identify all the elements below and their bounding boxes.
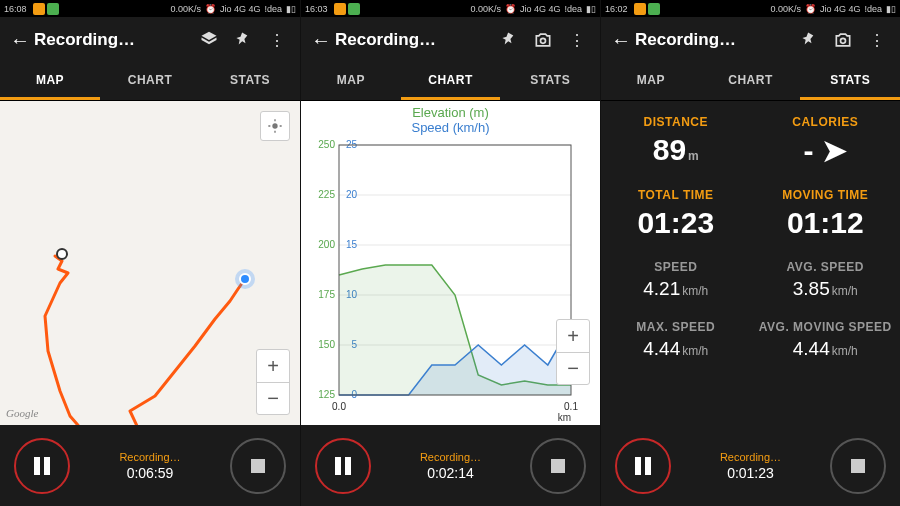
legend-elevation: Elevation (m) — [301, 105, 600, 120]
map-content[interactable]: + − Google — [0, 101, 300, 425]
legend-speed: Speed (km/h) — [301, 120, 600, 135]
back-button[interactable]: ← — [607, 29, 635, 52]
svg-text:175: 175 — [318, 289, 335, 300]
app-bar: ← Recording… ⋮ — [301, 17, 600, 63]
stat-moving-time: MOVING TIME 01:12 — [751, 180, 901, 252]
zoom-control: + − — [556, 319, 590, 385]
svg-point-0 — [240, 274, 250, 284]
map-canvas[interactable] — [0, 101, 300, 425]
stop-button[interactable] — [530, 438, 586, 494]
overflow-menu-button[interactable]: ⋮ — [560, 23, 594, 57]
record-label: Recording… — [420, 451, 481, 463]
status-carrier: Jio 4G 4G — [220, 4, 261, 14]
svg-text:0.1: 0.1 — [564, 401, 578, 412]
tab-map[interactable]: MAP — [601, 63, 701, 100]
app-bar: ← Recording… ⋮ — [601, 17, 900, 63]
svg-point-25 — [841, 38, 846, 43]
chart-content: Elevation (m) Speed (km/h) 1251501752002… — [301, 101, 600, 425]
svg-text:20: 20 — [346, 189, 358, 200]
pause-button[interactable] — [14, 438, 70, 494]
record-elapsed: 0:06:59 — [119, 465, 180, 481]
pin-button[interactable] — [226, 23, 260, 57]
record-label: Recording… — [720, 451, 781, 463]
app-title: Recording… — [34, 30, 192, 50]
status-badge-icon — [334, 3, 346, 15]
record-status: Recording… 0:02:14 — [420, 451, 481, 481]
overflow-menu-button[interactable]: ⋮ — [260, 23, 294, 57]
status-badge-icon — [348, 3, 360, 15]
svg-text:km: km — [558, 412, 571, 423]
location-arrow-icon: ➤ — [822, 134, 847, 167]
stat-calories: CALORIES - ➤ — [751, 107, 901, 180]
tab-chart[interactable]: CHART — [701, 63, 801, 100]
record-status: Recording… 0:06:59 — [119, 451, 180, 481]
stat-avg-moving-speed: AVG. MOVING SPEED 4.44km/h — [751, 312, 901, 372]
status-badge-icon — [47, 3, 59, 15]
zoom-in-button[interactable]: + — [557, 320, 589, 352]
status-net: 0.00K/s — [770, 4, 801, 14]
camera-button[interactable] — [526, 23, 560, 57]
stat-total-time: TOTAL TIME 01:23 — [601, 180, 751, 252]
svg-text:225: 225 — [318, 189, 335, 200]
status-bar: 16:02 0.00K/s⏰Jio 4G 4G!dea▮▯ — [601, 0, 900, 17]
svg-point-1 — [272, 123, 277, 128]
stop-button[interactable] — [230, 438, 286, 494]
tab-stats[interactable]: STATS — [200, 63, 300, 100]
tab-stats[interactable]: STATS — [500, 63, 600, 100]
zoom-out-button[interactable]: − — [257, 382, 289, 414]
svg-point-2 — [541, 38, 546, 43]
stat-speed: SPEED 4.21km/h — [601, 252, 751, 312]
zoom-out-button[interactable]: − — [557, 352, 589, 384]
map-layers-button[interactable] — [192, 23, 226, 57]
pause-button[interactable] — [615, 438, 671, 494]
stat-avg-speed: AVG. SPEED 3.85km/h — [751, 252, 901, 312]
zoom-in-button[interactable]: + — [257, 350, 289, 382]
svg-text:200: 200 — [318, 239, 335, 250]
stat-max-speed: MAX. SPEED 4.44km/h — [601, 312, 751, 372]
stop-button[interactable] — [830, 438, 886, 494]
status-net: 0.00K/s — [170, 4, 201, 14]
back-button[interactable]: ← — [307, 29, 335, 52]
tab-bar: MAP CHART STATS — [601, 63, 900, 101]
stats-content: DISTANCE 89m CALORIES - ➤ TOTAL TIME 01:… — [601, 101, 900, 425]
status-carrier: !dea — [264, 4, 282, 14]
pause-button[interactable] — [315, 438, 371, 494]
map-attribution: Google — [6, 407, 38, 419]
svg-text:125: 125 — [318, 389, 335, 400]
record-elapsed: 0:01:23 — [720, 465, 781, 481]
pane-stats: 16:02 0.00K/s⏰Jio 4G 4G!dea▮▯ ← Recordin… — [600, 0, 900, 506]
tab-chart[interactable]: CHART — [401, 63, 501, 100]
record-status: Recording… 0:01:23 — [720, 451, 781, 481]
record-elapsed: 0:02:14 — [420, 465, 481, 481]
svg-text:150: 150 — [318, 339, 335, 350]
svg-text:15: 15 — [346, 239, 358, 250]
tab-map[interactable]: MAP — [0, 63, 100, 100]
zoom-control: + − — [256, 349, 290, 415]
tab-map[interactable]: MAP — [301, 63, 401, 100]
status-time: 16:02 — [605, 4, 628, 14]
app-bar: ← Recording… ⋮ — [0, 17, 300, 63]
pane-map: 16:08 0.00K/s⏰Jio 4G 4G!dea▮▯ ← Recordin… — [0, 0, 300, 506]
tab-bar: MAP CHART STATS — [301, 63, 600, 101]
app-title: Recording… — [635, 30, 792, 50]
tab-stats[interactable]: STATS — [800, 63, 900, 100]
track-start-marker — [57, 249, 67, 259]
record-bar: Recording… 0:02:14 — [301, 425, 600, 506]
status-net: 0.00K/s — [470, 4, 501, 14]
tab-bar: MAP CHART STATS — [0, 63, 300, 101]
status-badge-icon — [33, 3, 45, 15]
locate-me-button[interactable] — [260, 111, 290, 141]
tab-chart[interactable]: CHART — [100, 63, 200, 100]
pane-chart: 16:03 0.00K/s⏰Jio 4G 4G!dea▮▯ ← Recordin… — [300, 0, 600, 506]
camera-button[interactable] — [826, 23, 860, 57]
pin-button[interactable] — [492, 23, 526, 57]
back-button[interactable]: ← — [6, 29, 34, 52]
overflow-menu-button[interactable]: ⋮ — [860, 23, 894, 57]
status-bar: 16:08 0.00K/s⏰Jio 4G 4G!dea▮▯ — [0, 0, 300, 17]
chart-canvas[interactable]: Elevation (m) Speed (km/h) 1251501752002… — [301, 101, 600, 425]
gps-track — [45, 256, 245, 425]
record-label: Recording… — [119, 451, 180, 463]
svg-text:250: 250 — [318, 139, 335, 150]
stat-distance: DISTANCE 89m — [601, 107, 751, 180]
pin-button[interactable] — [792, 23, 826, 57]
